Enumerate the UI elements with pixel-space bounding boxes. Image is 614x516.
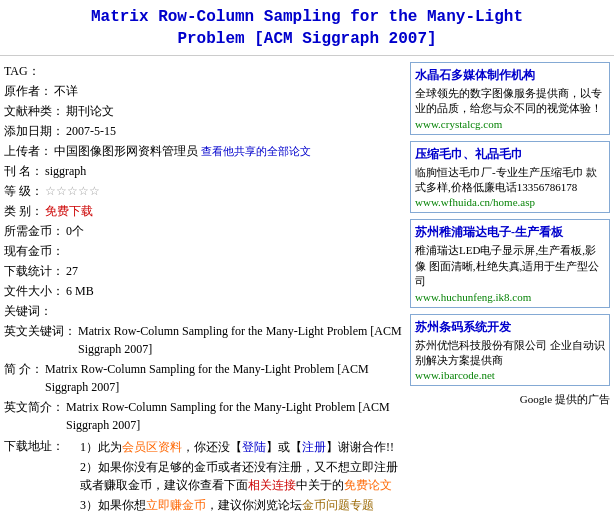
uploader-value: 中国图像图形网资料管理员 查看他共享的全部论文	[54, 142, 311, 160]
item2-mid: 中关于的	[296, 478, 344, 492]
ad-4-desc: 苏州优恺科技股份有限公司 企业自动识别解决方案提供商	[415, 338, 605, 369]
download-items: 1）此为会员区资料，你还没【登陆】或【注册】谢谢合作!! 2）如果你没有足够的金…	[80, 438, 404, 516]
ad-1-url: www.crystalcg.com	[415, 118, 605, 130]
ad-3-title[interactable]: 苏州稚浦瑞达电子-生产看板	[415, 224, 605, 241]
tag-label: TAG：	[4, 62, 40, 80]
journal-label: 刊 名：	[4, 162, 43, 180]
file-size-row: 文件大小： 6 MB	[4, 282, 404, 300]
keywords-label: 关键词：	[4, 302, 52, 320]
ad-2-desc: 临朐恒达毛巾厂-专业生产压缩毛巾 款式多样,价格低廉电话13356786178	[415, 165, 605, 196]
category-label: 类 别：	[4, 202, 43, 220]
doctype-label: 文献种类：	[4, 102, 64, 120]
journal-value: siggraph	[45, 162, 86, 180]
author-row: 原作者： 不详	[4, 82, 404, 100]
ad-2-url: www.wfhuida.cn/home.asp	[415, 196, 605, 208]
journal-row: 刊 名： siggraph	[4, 162, 404, 180]
abstract-value: Matrix Row-Column Sampling for the Many-…	[45, 360, 404, 396]
download-section: 下载地址： 1）此为会员区资料，你还没【登陆】或【注册】谢谢合作!! 2）如果你…	[4, 438, 404, 516]
right-column: 水晶石多媒体制作机构 全球领先的数字图像服务提供商，以专业的品质，给您与众不同的…	[410, 62, 610, 516]
adddate-label: 添加日期：	[4, 122, 64, 140]
member-area-link[interactable]: 会员区资料	[122, 440, 182, 454]
download-item-3: 3）如果你想立即赚金币，建议你浏览论坛金币问题专题	[80, 496, 404, 514]
en-abstract-value: Matrix Row-Column Sampling for the Many-…	[66, 398, 404, 434]
en-abstract-label: 英文简介：	[4, 398, 64, 416]
uploader-row: 上传者： 中国图像图形网资料管理员 查看他共享的全部论文	[4, 142, 404, 160]
item3-prefix: 3）如果你想	[80, 498, 146, 512]
item1-mid: ，你还没【	[182, 440, 242, 454]
gold-topic-link[interactable]: 金币问题专题	[302, 498, 374, 512]
doctype-value: 期刊论文	[66, 102, 114, 120]
free-paper-link[interactable]: 免费论文	[344, 478, 392, 492]
ad-2-title[interactable]: 压缩毛巾、礼品毛巾	[415, 146, 605, 163]
level-label: 等 级：	[4, 182, 43, 200]
login-link[interactable]: 登陆	[242, 440, 266, 454]
en-keywords-value: Matrix Row-Column Sampling for the Many-…	[78, 322, 404, 358]
item1-suffix: 】谢谢合作!!	[326, 440, 394, 454]
title-area: Matrix Row-Column Sampling for the Many-…	[0, 0, 614, 56]
ad-1-title[interactable]: 水晶石多媒体制作机构	[415, 67, 605, 84]
gold-required-row: 所需金币： 0个	[4, 222, 404, 240]
download-item-1: 1）此为会员区资料，你还没【登陆】或【注册】谢谢合作!!	[80, 438, 404, 456]
related-link[interactable]: 相关连接	[248, 478, 296, 492]
level-row: 等 级： ☆☆☆☆☆	[4, 182, 404, 200]
doctype-row: 文献种类： 期刊论文	[4, 102, 404, 120]
ad-4: 苏州条码系统开发 苏州优恺科技股份有限公司 企业自动识别解决方案提供商 www.…	[410, 314, 610, 387]
en-keywords-row: 英文关键词： Matrix Row-Column Sampling for th…	[4, 322, 404, 358]
register-link[interactable]: 注册	[302, 440, 326, 454]
download-count-label: 下载统计：	[4, 262, 64, 280]
ad-3-desc: 稚浦瑞达LED电子显示屏,生产看板,影像 图面清晰,杜绝失真,适用于生产型公司	[415, 243, 605, 289]
download-label: 下载地址：	[4, 438, 64, 455]
tag-row: TAG：	[4, 62, 404, 80]
ad-4-url: www.ibarcode.net	[415, 369, 605, 381]
uploader-link[interactable]: 查看他共享的全部论文	[201, 145, 311, 157]
keywords-row: 关键词：	[4, 302, 404, 320]
adddate-value: 2007-5-15	[66, 122, 116, 140]
level-stars[interactable]: ☆☆☆☆☆	[45, 182, 100, 200]
gold-current-label: 现有金币：	[4, 242, 64, 260]
abstract-row: 简 介： Matrix Row-Column Sampling for the …	[4, 360, 404, 396]
author-label: 原作者：	[4, 82, 52, 100]
item1-mid2: 】或【	[266, 440, 302, 454]
download-item-2: 2）如果你没有足够的金币或者还没有注册，又不想立即注册或者赚取金币，建议你查看下…	[80, 458, 404, 494]
item3-mid: ，建议你浏览论坛	[206, 498, 302, 512]
left-column: TAG： 原作者： 不详 文献种类： 期刊论文 添加日期： 2007-5-15 …	[4, 62, 404, 516]
ad-1-desc: 全球领先的数字图像服务提供商，以专业的品质，给您与众不同的视觉体验！	[415, 86, 605, 117]
en-abstract-row: 英文简介： Matrix Row-Column Sampling for the…	[4, 398, 404, 434]
category-value: 免费下载	[45, 202, 93, 220]
ad-3-url: www.huchunfeng.ik8.com	[415, 291, 605, 303]
ad-4-title[interactable]: 苏州条码系统开发	[415, 319, 605, 336]
ad-2: 压缩毛巾、礼品毛巾 临朐恒达毛巾厂-专业生产压缩毛巾 款式多样,价格低廉电话13…	[410, 141, 610, 214]
file-size-label: 文件大小：	[4, 282, 64, 300]
ad-1: 水晶石多媒体制作机构 全球领先的数字图像服务提供商，以专业的品质，给您与众不同的…	[410, 62, 610, 135]
download-count-value: 27	[66, 262, 78, 280]
abstract-label: 简 介：	[4, 360, 43, 378]
title-text: Matrix Row-Column Sampling for the Many-…	[10, 6, 604, 51]
gold-required-label: 所需金币：	[4, 222, 64, 240]
gold-required-value: 0个	[66, 222, 84, 240]
file-size-value: 6 MB	[66, 282, 94, 300]
google-ad-label: Google 提供的广告	[410, 392, 610, 407]
adddate-row: 添加日期： 2007-5-15	[4, 122, 404, 140]
download-count-row: 下载统计： 27	[4, 262, 404, 280]
gold-current-row: 现有金币：	[4, 242, 404, 260]
ad-3: 苏州稚浦瑞达电子-生产看板 稚浦瑞达LED电子显示屏,生产看板,影像 图面清晰,…	[410, 219, 610, 307]
category-row: 类 别： 免费下载	[4, 202, 404, 220]
author-value: 不详	[54, 82, 78, 100]
uploader-label: 上传者：	[4, 142, 52, 160]
item1-prefix: 1）此为	[80, 440, 122, 454]
earn-gold-link[interactable]: 立即赚金币	[146, 498, 206, 512]
en-keywords-label: 英文关键词：	[4, 322, 76, 340]
